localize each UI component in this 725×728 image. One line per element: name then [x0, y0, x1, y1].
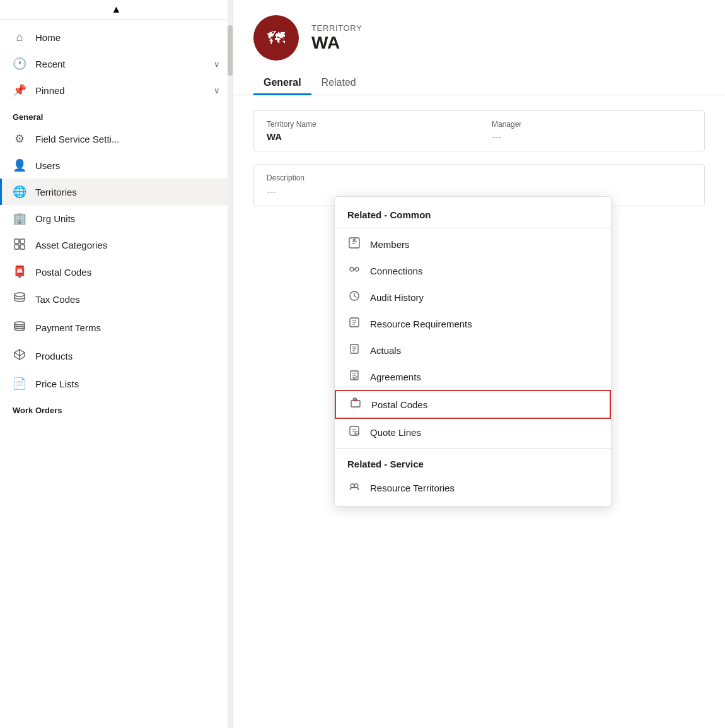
- resource-territories-icon: [347, 481, 361, 495]
- actuals-icon: [347, 343, 361, 357]
- svg-point-19: [354, 484, 358, 488]
- map-icon: 🗺: [267, 28, 285, 49]
- tabs-bar: General Related: [233, 71, 725, 95]
- sidebar: ▲ ⌂ Home 🕐 Recent ∨ 📌 Pinned ∨ General ⚙…: [0, 0, 233, 728]
- sidebar-item-label: Postal Codes: [35, 267, 91, 278]
- chevron-down-icon: ∨: [214, 59, 220, 69]
- field-value: ---: [492, 131, 692, 142]
- sidebar-item-label: Payment Terms: [35, 322, 101, 333]
- content-area: Territory Name WA Manager --- Descriptio…: [233, 95, 725, 728]
- sidebar-item-field-service[interactable]: ⚙ Field Service Setti...: [0, 126, 233, 152]
- scroll-up-button[interactable]: ▲: [0, 0, 233, 20]
- dropdown-item-quote-lines[interactable]: Quote Lines: [335, 419, 611, 445]
- sidebar-nav: ⌂ Home 🕐 Recent ∨ 📌 Pinned ∨ General ⚙ F…: [0, 20, 233, 728]
- dropdown-item-actuals[interactable]: Actuals: [335, 337, 611, 363]
- sidebar-item-label: Territories: [35, 187, 77, 197]
- dropdown-item-label: Connections: [370, 266, 422, 276]
- avatar: 🗺: [253, 15, 299, 61]
- org-icon: 🏢: [13, 211, 26, 225]
- dropdown-item-resource-requirements[interactable]: Resource Requirements: [335, 310, 611, 337]
- dropdown-item-label: Members: [370, 239, 410, 250]
- svg-rect-2: [14, 245, 19, 249]
- sidebar-item-label: Users: [35, 160, 60, 171]
- svg-rect-3: [20, 245, 25, 249]
- dropdown-item-label: Postal Codes: [371, 399, 427, 410]
- record-header: 🗺 TERRITORY WA: [233, 0, 725, 71]
- user-icon: 👤: [13, 158, 26, 172]
- postal-icon: 📮: [13, 265, 26, 279]
- connections-icon: [347, 264, 361, 278]
- svg-point-8: [350, 267, 354, 271]
- svg-point-18: [351, 484, 354, 488]
- dropdown-section-common: Related - Common: [335, 202, 611, 225]
- chevron-down-icon: ∨: [214, 86, 220, 95]
- sidebar-item-label: Recent: [35, 59, 66, 69]
- field-value: WA: [267, 131, 467, 142]
- description-value: ---: [267, 186, 692, 197]
- sidebar-item-home[interactable]: ⌂ Home: [0, 25, 233, 50]
- scrollbar-track: [228, 0, 233, 728]
- sidebar-item-label: Pinned: [35, 85, 65, 96]
- field-label: Manager: [492, 120, 692, 129]
- sidebar-item-label: Field Service Setti...: [35, 134, 119, 144]
- main-content: 🗺 TERRITORY WA General Related Territory…: [233, 0, 725, 728]
- tax-icon: [13, 291, 26, 307]
- pin-icon: 📌: [13, 83, 26, 97]
- dropdown-item-connections[interactable]: Connections: [335, 257, 611, 284]
- products-icon: [13, 348, 26, 364]
- svg-rect-14: [351, 401, 360, 407]
- svg-rect-0: [14, 239, 19, 244]
- record-type: TERRITORY: [311, 23, 362, 33]
- record-name: WA: [311, 33, 362, 53]
- sidebar-item-price-lists[interactable]: 📄 Price Lists: [0, 370, 233, 397]
- divider: [335, 228, 611, 228]
- dropdown-item-label: Resource Requirements: [370, 319, 472, 329]
- svg-rect-16: [350, 426, 359, 435]
- sidebar-section-work-orders: Work Orders: [0, 397, 233, 419]
- dropdown-item-resource-territories[interactable]: Resource Territories: [335, 474, 611, 501]
- sidebar-item-label: Asset Categories: [35, 240, 107, 250]
- tab-general[interactable]: General: [253, 71, 311, 95]
- sidebar-item-payment-terms[interactable]: Payment Terms: [0, 314, 233, 342]
- agreements-icon: [347, 370, 361, 384]
- audit-history-icon: [347, 290, 361, 304]
- sidebar-item-postal-codes[interactable]: 📮 Postal Codes: [0, 259, 233, 285]
- sidebar-item-label: Home: [35, 32, 61, 43]
- sidebar-item-pinned[interactable]: 📌 Pinned ∨: [0, 77, 233, 103]
- field-territory-name: Territory Name WA: [254, 111, 479, 151]
- divider: [335, 448, 611, 449]
- sidebar-section-general: General: [0, 103, 233, 126]
- dropdown-item-audit-history[interactable]: Audit History: [335, 284, 611, 310]
- members-icon: [347, 237, 361, 251]
- svg-rect-15: [354, 399, 357, 401]
- sidebar-item-territories[interactable]: 🌐 Territories: [0, 179, 233, 205]
- dropdown-item-postal-codes[interactable]: Postal Codes: [335, 390, 611, 419]
- sidebar-item-asset-categories[interactable]: Asset Categories: [0, 232, 233, 259]
- dropdown-item-label: Actuals: [370, 345, 401, 356]
- payment-icon: [13, 320, 26, 336]
- dropdown-item-agreements[interactable]: Agreements: [335, 363, 611, 390]
- sidebar-item-recent[interactable]: 🕐 Recent ∨: [0, 50, 233, 77]
- sidebar-item-users[interactable]: 👤 Users: [0, 152, 233, 179]
- dropdown-item-label: Audit History: [370, 292, 424, 303]
- gear-icon: ⚙: [13, 132, 26, 146]
- quote-lines-icon: [347, 425, 361, 439]
- clock-icon: 🕐: [13, 57, 26, 71]
- resource-req-icon: [347, 317, 361, 331]
- sidebar-item-tax-codes[interactable]: Tax Codes: [0, 285, 233, 314]
- dropdown-item-label: Resource Territories: [370, 483, 455, 493]
- home-icon: ⌂: [13, 31, 26, 44]
- svg-rect-1: [20, 239, 25, 244]
- svg-point-7: [354, 239, 356, 241]
- sidebar-item-org-units[interactable]: 🏢 Org Units: [0, 205, 233, 232]
- description-label: Description: [267, 173, 692, 182]
- globe-icon: 🌐: [13, 185, 26, 199]
- dropdown-item-members[interactable]: Members: [335, 231, 611, 257]
- sidebar-item-products[interactable]: Products: [0, 342, 233, 370]
- tab-related[interactable]: Related: [311, 71, 366, 95]
- field-manager: Manager ---: [479, 111, 704, 151]
- dropdown-item-label: Quote Lines: [370, 427, 421, 438]
- svg-point-5: [14, 322, 25, 325]
- scrollbar-thumb[interactable]: [228, 25, 233, 76]
- sidebar-item-label: Tax Codes: [35, 294, 80, 305]
